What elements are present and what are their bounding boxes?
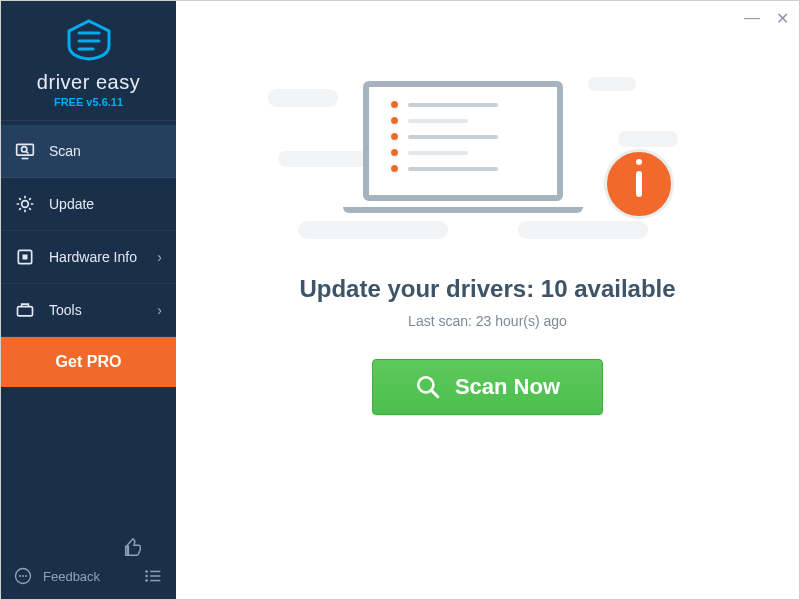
sidebar-item-update[interactable]: Update bbox=[1, 178, 176, 231]
chevron-right-icon: › bbox=[157, 249, 162, 265]
last-scan-label: Last scan: 23 hour(s) ago bbox=[408, 313, 567, 329]
sidebar-item-label: Hardware Info bbox=[49, 249, 137, 265]
sidebar-item-label: Tools bbox=[49, 302, 82, 318]
tools-icon bbox=[15, 300, 35, 320]
main-panel: — ✕ Update your drivers: 10 available La… bbox=[176, 1, 799, 599]
sidebar-item-scan[interactable]: Scan bbox=[1, 125, 176, 178]
sidebar-item-label: Update bbox=[49, 196, 94, 212]
sidebar-footer: Feedback bbox=[1, 529, 176, 599]
chevron-right-icon: › bbox=[157, 302, 162, 318]
get-pro-label: Get PRO bbox=[56, 353, 122, 370]
svg-point-2 bbox=[22, 147, 27, 152]
svg-rect-7 bbox=[18, 307, 33, 316]
brand-version: FREE v5.6.11 bbox=[1, 96, 176, 108]
headline-suffix: available bbox=[568, 275, 676, 302]
app-logo-icon bbox=[63, 19, 115, 61]
svg-point-9 bbox=[19, 575, 21, 577]
svg-point-4 bbox=[22, 201, 29, 208]
get-pro-button[interactable]: Get PRO bbox=[1, 337, 176, 387]
headline: Update your drivers: 10 available bbox=[299, 275, 675, 303]
svg-point-16 bbox=[145, 579, 148, 582]
info-badge-icon bbox=[604, 149, 674, 219]
sidebar-item-tools[interactable]: Tools › bbox=[1, 284, 176, 337]
feedback-icon[interactable] bbox=[13, 566, 33, 586]
magnifier-icon bbox=[415, 374, 441, 400]
sidebar-item-hardware-info[interactable]: Hardware Info › bbox=[1, 231, 176, 284]
headline-prefix: Update your drivers: bbox=[299, 275, 540, 302]
thumbs-up-icon[interactable] bbox=[122, 537, 144, 559]
close-button[interactable]: ✕ bbox=[776, 9, 789, 28]
window-controls: — ✕ bbox=[744, 9, 789, 28]
svg-point-10 bbox=[22, 575, 24, 577]
sidebar-nav: Scan Update Hardware Info › Tools › bbox=[1, 125, 176, 387]
scan-illustration bbox=[308, 71, 668, 251]
sidebar: driver easy FREE v5.6.11 Scan Update bbox=[1, 1, 176, 599]
sidebar-item-label: Scan bbox=[49, 143, 81, 159]
feedback-label[interactable]: Feedback bbox=[43, 569, 100, 584]
svg-rect-6 bbox=[23, 255, 28, 260]
list-menu-icon[interactable] bbox=[142, 565, 164, 587]
laptop-icon bbox=[363, 81, 563, 213]
scan-now-label: Scan Now bbox=[455, 374, 560, 400]
svg-line-3 bbox=[26, 151, 28, 153]
svg-line-19 bbox=[431, 390, 438, 397]
scan-now-button[interactable]: Scan Now bbox=[372, 359, 603, 415]
minimize-button[interactable]: — bbox=[744, 9, 760, 28]
monitor-scan-icon bbox=[15, 141, 35, 161]
brand-name: driver easy bbox=[1, 71, 176, 94]
svg-point-11 bbox=[25, 575, 27, 577]
svg-point-12 bbox=[145, 570, 148, 573]
svg-point-14 bbox=[145, 575, 148, 578]
gear-update-icon bbox=[15, 194, 35, 214]
logo-block: driver easy FREE v5.6.11 bbox=[1, 1, 176, 121]
available-count: 10 bbox=[541, 275, 568, 302]
hardware-info-icon bbox=[15, 247, 35, 267]
